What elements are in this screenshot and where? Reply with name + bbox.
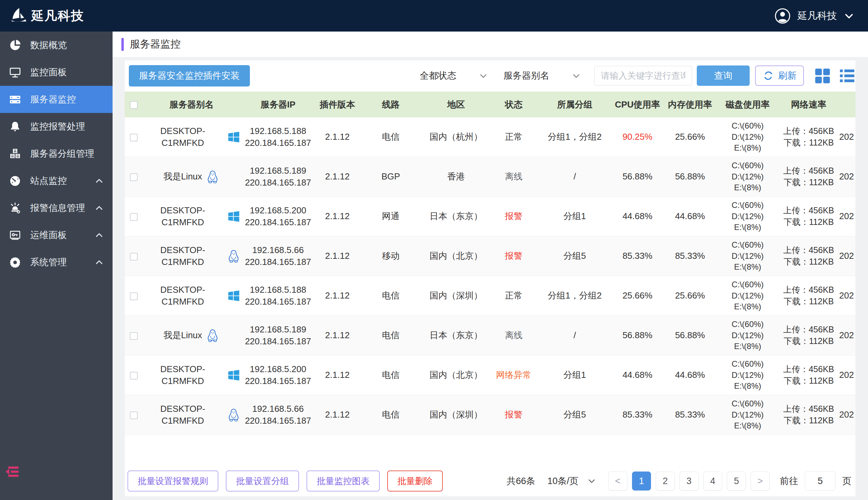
region: 国内（杭州） (422, 131, 490, 143)
row-checkbox[interactable] (130, 134, 138, 141)
collapse-sidebar-icon[interactable] (4, 466, 19, 478)
ops-icon (9, 229, 21, 241)
memory-usage: 56.88% (663, 171, 717, 182)
sidebar-item-alarm[interactable]: 报警信息管理 (0, 194, 113, 221)
server-ip: 192.168.5.200220.184.165.187 (241, 363, 315, 387)
line: 移动 (359, 250, 422, 262)
memory-usage: 85.33% (663, 250, 717, 262)
query-button[interactable]: 查询 (697, 66, 750, 86)
sidebar-item-bell[interactable]: 监控报警处理 (0, 113, 113, 140)
table-row: DESKTOP-C1RMFKD192.168.5.66220.184.165.1… (125, 236, 855, 276)
status-filter-select[interactable]: 全都状态 (420, 69, 488, 82)
batch-button[interactable]: 批量删除 (387, 470, 443, 491)
memory-usage: 25.66% (663, 290, 717, 302)
server-groups: 分组1，分组2 (537, 131, 612, 143)
column-header: 磁盘使用率 (717, 99, 778, 111)
bell-icon (9, 121, 21, 133)
page-button-5[interactable]: 5 (727, 471, 746, 490)
page-size-select[interactable]: 10条/页 (547, 475, 596, 487)
chevron-down-icon (479, 71, 488, 80)
field-filter-select[interactable]: 服务器别名 (504, 69, 581, 82)
status-label: 离线 (490, 329, 537, 341)
plugin-version: 2.1.12 (315, 290, 359, 302)
plugin-version: 2.1.12 (315, 329, 359, 341)
plugin-version: 2.1.12 (315, 409, 359, 421)
sidebar-item-label: 监控报警处理 (30, 121, 104, 133)
page-button-1[interactable]: 1 (632, 471, 651, 490)
row-checkbox[interactable] (130, 173, 138, 181)
disk-usage: C:\(60%)D:\(12%)E:\(8%) (717, 121, 778, 153)
line: 电信 (359, 409, 422, 421)
batch-button[interactable]: 批量监控图表 (306, 470, 380, 491)
page-button-3[interactable]: 3 (680, 471, 698, 490)
column-header: 线路 (359, 99, 422, 111)
page-button-4[interactable]: 4 (703, 471, 722, 490)
server-groups: 分组1，分组2 (537, 290, 612, 302)
chevron-up-icon (95, 177, 104, 185)
memory-usage: 44.68% (663, 210, 717, 222)
disk-usage: C:\(60%)D:\(12%)E:\(8%) (717, 279, 778, 312)
truncated-datetime: 202 (839, 131, 855, 143)
column-header: 地区 (422, 99, 490, 111)
pie-chart-icon (9, 39, 21, 52)
cpu-usage: 56.88% (612, 329, 663, 341)
cpu-usage: 85.33% (612, 250, 663, 262)
sailboat-logo-icon (9, 6, 28, 26)
goto-page-input[interactable] (805, 471, 835, 490)
list-view-icon[interactable] (839, 68, 855, 84)
refresh-button[interactable]: 刷新 (755, 66, 804, 86)
disk-usage: C:\(60%)D:\(12%)E:\(8%) (717, 319, 778, 352)
plugin-version: 2.1.12 (315, 250, 359, 262)
region: 日本（东京） (422, 329, 490, 341)
sidebar: 数据概览监控面板服务器监控监控报警处理服务器分组管理站点监控报警信息管理运维面板… (0, 32, 113, 500)
batch-button[interactable]: 批量设置分组 (226, 470, 299, 491)
brand: 延凡科技 (9, 6, 84, 26)
network-rate: 上传：456KB下载：112KB (778, 205, 839, 228)
status-label: 报警 (490, 210, 537, 222)
column-header: 状态 (490, 99, 537, 111)
select-all-checkbox[interactable] (130, 101, 138, 109)
region: 国内（深圳） (422, 409, 490, 421)
install-plugin-button[interactable]: 服务器安全监控插件安装 (129, 65, 250, 87)
prev-page-button[interactable]: < (608, 471, 627, 490)
windows-icon (227, 289, 241, 303)
linux-icon (227, 249, 241, 263)
row-checkbox[interactable] (130, 213, 138, 221)
row-checkbox[interactable] (130, 332, 138, 340)
plugin-version: 2.1.12 (315, 369, 359, 381)
sidebar-item-monitor[interactable]: 监控面板 (0, 59, 113, 86)
sidebar-item-boxes[interactable]: 服务器分组管理 (0, 140, 113, 167)
line: 网通 (359, 210, 422, 222)
truncated-datetime: 202 (839, 290, 855, 302)
top-bar: 延凡科技 延凡科技 (0, 0, 868, 32)
next-page-button[interactable]: > (751, 471, 770, 490)
truncated-datetime: 202 (839, 369, 855, 381)
server-ip: 192.168.5.189220.184.165.187 (241, 323, 315, 347)
row-checkbox[interactable] (130, 411, 138, 419)
sidebar-item-server[interactable]: 服务器监控 (0, 86, 113, 113)
windows-icon (227, 209, 241, 224)
row-checkbox[interactable] (130, 372, 138, 379)
column-header: 插件版本 (315, 99, 359, 111)
line: 电信 (359, 369, 422, 381)
sidebar-item-gauge[interactable]: 站点监控 (0, 167, 113, 194)
row-checkbox[interactable] (130, 253, 138, 261)
table-row: 我是Linux192.168.5.189220.184.165.1872.1.1… (125, 316, 855, 355)
search-input[interactable] (594, 66, 692, 86)
sidebar-item-pie-chart[interactable]: 数据概览 (0, 32, 113, 59)
row-checkbox[interactable] (130, 292, 138, 300)
grid-view-icon[interactable] (814, 68, 831, 84)
network-rate: 上传：456KB下载：112KB (778, 125, 839, 149)
sidebar-item-label: 系统管理 (30, 256, 95, 268)
cpu-usage: 44.68% (612, 369, 663, 381)
page-button-2[interactable]: 2 (656, 471, 675, 490)
network-rate: 上传：456KB下载：112KB (778, 403, 839, 427)
sidebar-item-ops[interactable]: 运维面板 (0, 221, 113, 249)
table-header: 服务器别名服务器IP插件版本线路地区状态所属分组CPU使用率内存使用率磁盘使用率… (125, 92, 855, 117)
server-ip: 192.168.5.66220.184.165.187 (241, 403, 315, 427)
network-rate: 上传：456KB下载：112KB (778, 324, 839, 347)
batch-button[interactable]: 批量设置报警规则 (127, 470, 218, 491)
user-menu[interactable]: 延凡科技 (774, 8, 854, 24)
server-alias: DESKTOP-C1RMFKD (142, 284, 223, 308)
sidebar-item-gear[interactable]: 系统管理 (0, 249, 113, 276)
